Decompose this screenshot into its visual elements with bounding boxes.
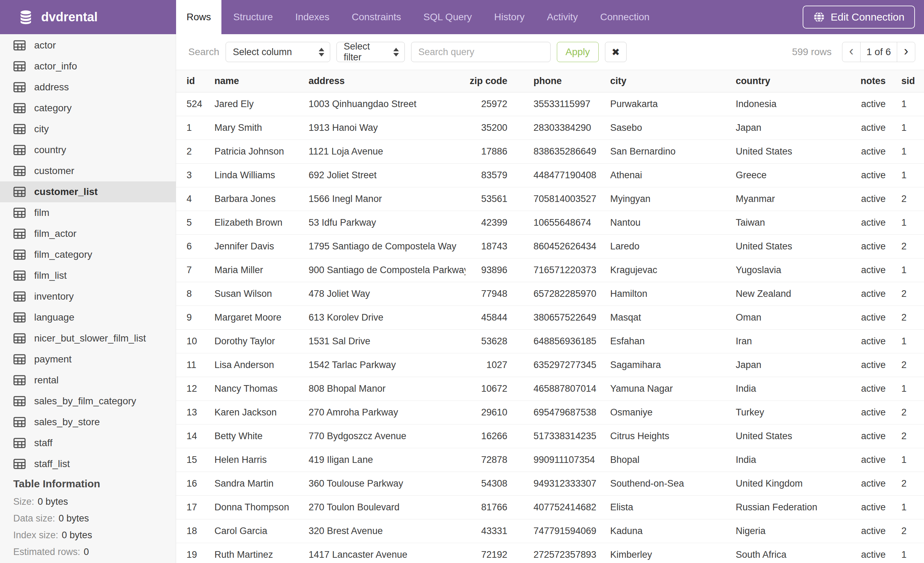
edit-connection-button[interactable]: Edit Connection (802, 6, 915, 29)
column-select[interactable]: Select column (226, 42, 330, 62)
apply-button[interactable]: Apply (557, 42, 598, 62)
cell-id: 16 (186, 478, 214, 489)
data-grid: idnameaddresszip codephonecitycountrynot… (176, 70, 924, 563)
cell-phone: 517338314235 (507, 431, 610, 441)
table-row[interactable]: 2Patricia Johnson1121 Loja Avenue1788683… (176, 140, 924, 164)
table-row[interactable]: 3Linda Williams692 Joliet Street83579448… (176, 164, 924, 187)
sidebar-item-film[interactable]: film (0, 202, 176, 223)
sidebar-item-film_list[interactable]: film_list (0, 265, 176, 286)
next-page-button[interactable]: › (897, 42, 915, 62)
sidebar-item-address[interactable]: address (0, 77, 176, 98)
tab-constraints[interactable]: Constraints (341, 0, 412, 34)
table-row[interactable]: 8Susan Wilson478 Joliet Way7794865728228… (176, 282, 924, 306)
sidebar-table-label: payment (34, 354, 72, 365)
tab-label: Constraints (352, 12, 401, 23)
sidebar-item-actor_info[interactable]: actor_info (0, 56, 176, 77)
table-row[interactable]: 12Nancy Thomas808 Bhopal Manor1067246588… (176, 377, 924, 401)
sidebar-item-nicer_but_slower_film_list[interactable]: nicer_but_slower_film_list (0, 328, 176, 349)
cell-country: United Kingdom (736, 478, 851, 489)
cell-id: 15 (186, 455, 214, 465)
sidebar-item-city[interactable]: city (0, 119, 176, 140)
cell-address: 900 Santiago de Compostela Parkway (309, 265, 465, 276)
table-row[interactable]: 15Helen Harris419 Iligan Lane72878990911… (176, 448, 924, 472)
cell-id: 7 (186, 265, 214, 276)
tab-connection[interactable]: Connection (590, 0, 660, 34)
sidebar-item-payment[interactable]: payment (0, 349, 176, 370)
sidebar-item-actor[interactable]: actor (0, 35, 176, 56)
tab-indexes[interactable]: Indexes (285, 0, 340, 34)
cell-name: Lisa Anderson (214, 360, 309, 371)
cell-city: Sasebo (610, 122, 736, 133)
table-row[interactable]: 14Betty White770 Bydgoszcz Avenue1626651… (176, 425, 924, 448)
tab-history[interactable]: History (484, 0, 535, 34)
column-header-id[interactable]: id (186, 76, 214, 87)
search-query-input[interactable] (411, 42, 550, 62)
column-header-address[interactable]: address (309, 76, 465, 87)
sidebar-item-film_actor[interactable]: film_actor (0, 223, 176, 244)
table-row[interactable]: 11Lisa Anderson1542 Tarlac Parkway102763… (176, 353, 924, 377)
column-header-zip[interactable]: zip code (465, 76, 507, 87)
sidebar-item-customer_list[interactable]: customer_list (0, 182, 176, 202)
sidebar-item-customer[interactable]: customer (0, 161, 176, 182)
cell-address: 270 Toulon Boulevard (309, 502, 465, 513)
table-icon (13, 103, 26, 113)
sidebar-item-language[interactable]: language (0, 307, 176, 328)
sidebar-table-label: country (34, 144, 66, 156)
table-row[interactable]: 9Margaret Moore613 Korolev Drive45844380… (176, 306, 924, 330)
cell-phone: 465887807014 (507, 383, 610, 394)
sidebar-table-label: category (34, 102, 72, 114)
sidebar-item-category[interactable]: category (0, 98, 176, 119)
table-row[interactable]: 6Jennifer Davis1795 Santiago de Composte… (176, 235, 924, 258)
tab-structure[interactable]: Structure (223, 0, 284, 34)
clear-search-button[interactable]: ✖ (605, 42, 627, 62)
table-row[interactable]: 524Jared Ely1003 Qinhuangdao Street25972… (176, 92, 924, 116)
table-row[interactable]: 1Mary Smith1913 Hanoi Way352002830338429… (176, 116, 924, 140)
cell-phone: 838635286649 (507, 146, 610, 157)
column-header-sid[interactable]: sid (886, 76, 924, 87)
cell-name: Maria Miller (214, 265, 309, 276)
table-information-title: Table Information (13, 474, 176, 493)
cell-name: Barbara Jones (214, 194, 309, 204)
column-header-country[interactable]: country (736, 76, 851, 87)
cell-city: Kragujevac (610, 265, 736, 276)
table-row[interactable]: 17Donna Thompson270 Toulon Boulevard8176… (176, 496, 924, 519)
column-header-notes[interactable]: notes (851, 76, 886, 87)
tab-sql-query[interactable]: SQL Query (413, 0, 482, 34)
table-row[interactable]: 16Sandra Martin360 Toulouse Parkway54308… (176, 472, 924, 496)
table-row[interactable]: 13Karen Jackson270 Amroha Parkway2961069… (176, 401, 924, 425)
filter-select-value: Select filter (344, 41, 388, 63)
table-row[interactable]: 4Barbara Jones1566 Inegl Manor5356170581… (176, 187, 924, 211)
table-row[interactable]: 10Dorothy Taylor1531 Sal Drive5362864885… (176, 330, 924, 353)
sidebar-item-film_category[interactable]: film_category (0, 244, 176, 265)
cell-sid: 2 (886, 288, 924, 299)
sidebar-item-sales_by_store[interactable]: sales_by_store (0, 411, 176, 432)
tab-activity[interactable]: Activity (536, 0, 588, 34)
table-icon (13, 375, 26, 386)
prev-page-button[interactable]: ‹ (842, 42, 861, 62)
sidebar-item-country[interactable]: country (0, 140, 176, 161)
table-row[interactable]: 18Carol Garcia320 Brest Avenue4333174779… (176, 519, 924, 543)
cell-address: 320 Brest Avenue (309, 525, 465, 536)
cell-address: 1795 Santiago de Compostela Way (309, 241, 465, 252)
column-header-phone[interactable]: phone (507, 76, 610, 87)
app-window: dvdrental RowsStructureIndexesConstraint… (0, 0, 924, 563)
cell-notes: active (851, 455, 886, 465)
tab-rows[interactable]: Rows (176, 0, 221, 34)
sidebar-item-rental[interactable]: rental (0, 370, 176, 391)
table-row[interactable]: 5Elizabeth Brown53 Idfu Parkway423991065… (176, 211, 924, 235)
sidebar-item-inventory[interactable]: inventory (0, 286, 176, 307)
table-icon (13, 312, 26, 323)
sidebar-item-staff[interactable]: staff (0, 432, 176, 453)
sidebar-item-staff_list[interactable]: staff_list (0, 453, 176, 474)
column-header-city[interactable]: city (610, 76, 736, 87)
column-header-name[interactable]: name (214, 76, 309, 87)
filter-select[interactable]: Select filter (336, 42, 405, 62)
tab-label: History (494, 12, 524, 23)
cell-zip: 45844 (465, 312, 507, 323)
cell-address: 1121 Loja Avenue (309, 146, 465, 157)
table-row[interactable]: 7Maria Miller900 Santiago de Compostela … (176, 258, 924, 282)
table-row[interactable]: 19Ruth Martinez1417 Lancaster Avenue7219… (176, 543, 924, 563)
sidebar-item-sales_by_film_category[interactable]: sales_by_film_category (0, 391, 176, 411)
cell-address: 270 Amroha Parkway (309, 407, 465, 418)
cell-id: 3 (186, 170, 214, 181)
